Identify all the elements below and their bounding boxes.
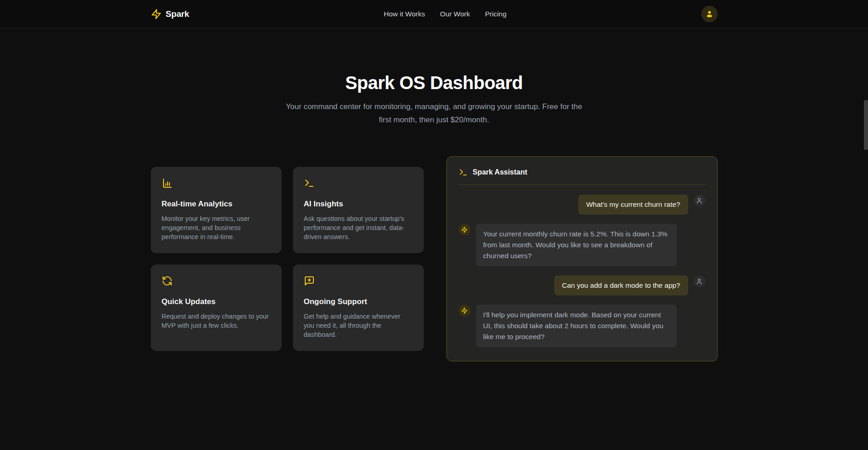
hero-section: Spark OS Dashboard Your command center f…	[0, 72, 868, 126]
brand-logo[interactable]: Spark	[151, 9, 189, 20]
spark-bolt-icon	[461, 226, 468, 233]
assistant-avatar	[459, 224, 471, 235]
brand-name: Spark	[166, 9, 189, 19]
user-message-row: Can you add a dark mode to the app?	[459, 275, 705, 295]
assistant-message-row: I'll help you implement dark mode. Based…	[459, 305, 705, 347]
nav-link-our-work[interactable]: Our Work	[440, 10, 470, 18]
feature-card-realtime-analytics: Real-time Analytics Monitor your key met…	[151, 167, 282, 253]
feature-title: AI Insights	[304, 200, 413, 209]
assistant-panel-header: Spark Assistant	[459, 168, 705, 185]
account-avatar-button[interactable]	[701, 6, 718, 22]
message-square-plus-icon	[304, 275, 413, 286]
user-icon	[696, 197, 703, 204]
user-filled-icon	[705, 10, 714, 18]
nav-links: How it Works Our Work Pricing	[384, 10, 506, 18]
features-grid: Real-time Analytics Monitor your key met…	[151, 167, 424, 351]
navbar-inner: Spark How it Works Our Work Pricing	[151, 0, 718, 28]
feature-title: Ongoing Support	[304, 297, 413, 306]
bar-chart-icon	[162, 178, 271, 189]
navbar: Spark How it Works Our Work Pricing	[0, 0, 868, 28]
terminal-icon	[304, 178, 413, 189]
user-message-row: What's my current churn rate?	[459, 195, 705, 215]
hero-subtitle: Your command center for monitoring, mana…	[280, 100, 589, 126]
nav-link-how-it-works[interactable]: How it Works	[384, 10, 425, 18]
feature-title: Real-time Analytics	[162, 200, 271, 209]
feature-card-quick-updates: Quick Updates Request and deploy changes…	[151, 265, 282, 351]
vertical-scrollbar-thumb[interactable]	[864, 100, 868, 150]
feature-card-ongoing-support: Ongoing Support Get help and guidance wh…	[293, 265, 424, 351]
user-icon	[696, 278, 703, 285]
user-avatar	[694, 275, 705, 287]
feature-description: Monitor your key metrics, user engagemen…	[162, 214, 271, 241]
spark-bolt-icon	[461, 307, 468, 314]
feature-description: Request and deploy changes to your MVP w…	[162, 312, 271, 330]
spark-bolt-icon	[151, 9, 162, 20]
user-avatar	[694, 195, 705, 206]
assistant-message-row: Your current monthly churn rate is 5.2%.…	[459, 224, 705, 266]
assistant-panel-title: Spark Assistant	[473, 168, 527, 176]
feature-description: Get help and guidance whenever you need …	[304, 312, 413, 339]
assistant-message-bubble: Your current monthly churn rate is 5.2%.…	[476, 224, 677, 266]
feature-card-ai-insights: AI Insights Ask questions about your sta…	[293, 167, 424, 253]
page-title: Spark OS Dashboard	[0, 72, 868, 94]
feature-description: Ask questions about your startup's perfo…	[304, 214, 413, 241]
terminal-icon	[459, 168, 468, 177]
user-message-bubble: What's my current churn rate?	[578, 195, 688, 215]
main-content: Spark OS Dashboard Your command center f…	[0, 72, 868, 361]
refresh-icon	[162, 275, 271, 286]
content-row: Real-time Analytics Monitor your key met…	[151, 156, 718, 361]
message-list: What's my current churn rate? Your curre…	[459, 195, 705, 347]
assistant-avatar	[459, 305, 471, 316]
nav-link-pricing[interactable]: Pricing	[485, 10, 506, 18]
spark-assistant-panel: Spark Assistant What's my current churn …	[446, 156, 718, 361]
user-message-bubble: Can you add a dark mode to the app?	[554, 275, 688, 295]
feature-title: Quick Updates	[162, 297, 271, 306]
assistant-message-bubble: I'll help you implement dark mode. Based…	[476, 305, 677, 347]
